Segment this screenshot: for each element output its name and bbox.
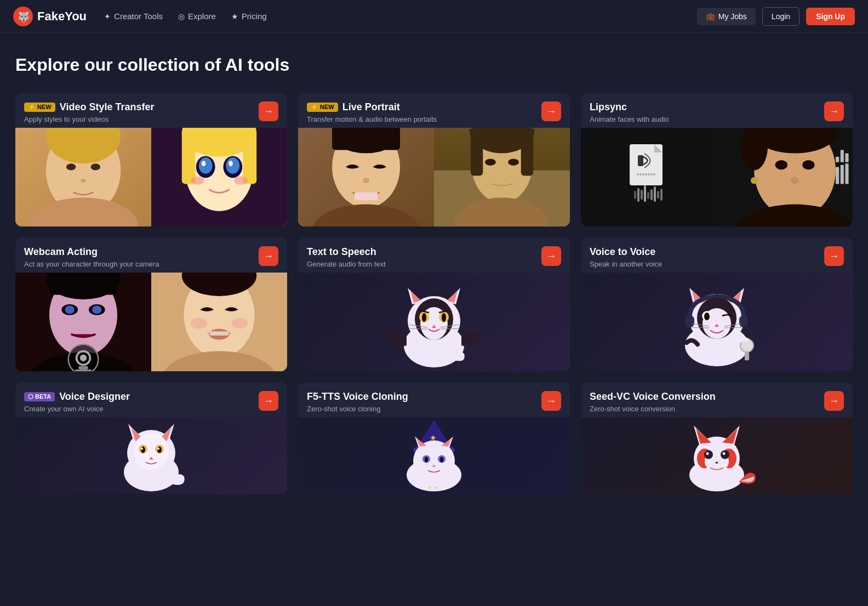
tool-card-webcam-acting[interactable]: Webcam Acting Act as your character thro… — [15, 237, 287, 371]
card-image-tts — [298, 273, 570, 371]
signup-button[interactable]: Sign Up — [806, 8, 855, 25]
svg-point-143 — [141, 448, 143, 450]
svg-point-62 — [775, 160, 787, 169]
card-header: F5-TTS Voice Cloning Zero-shot voice clo… — [298, 382, 570, 417]
svg-point-105 — [442, 313, 446, 322]
card-title-wrap: Webcam Acting Act as your character thro… — [24, 246, 159, 268]
svg-point-65 — [791, 177, 799, 184]
svg-point-40 — [637, 173, 639, 175]
card-title-row: Lipsync — [590, 101, 669, 113]
svg-point-16 — [229, 161, 232, 166]
svg-rect-68 — [845, 154, 848, 162]
svg-point-79 — [65, 305, 75, 314]
badge-new: ⚡ NEW — [307, 103, 338, 112]
svg-point-63 — [802, 160, 814, 169]
card-title-row: Webcam Acting — [24, 246, 159, 258]
card-arrow-button[interactable]: → — [541, 391, 561, 411]
svg-point-8 — [81, 178, 86, 182]
login-button[interactable]: Login — [762, 7, 800, 26]
svg-point-43 — [645, 173, 647, 175]
card-title-row: ⬡ BETA Voice Designer — [24, 391, 130, 403]
svg-rect-119 — [686, 315, 694, 327]
nav-links: ✦ Creator Tools ◎ Explore ★ Pricing — [104, 12, 697, 21]
card-title: Voice to Voice — [590, 246, 655, 258]
svg-rect-54 — [657, 191, 659, 199]
my-jobs-button[interactable]: 💼 My Jobs — [697, 8, 756, 25]
nav-explore[interactable]: ◎ Explore — [178, 12, 216, 21]
card-title-wrap: Voice to Voice Speak in another voice — [590, 246, 662, 268]
card-title-wrap: F5-TTS Voice Cloning Zero-shot voice clo… — [307, 391, 408, 413]
card-title-wrap: ⬡ BETA Voice Designer Create your own AI… — [24, 391, 130, 413]
tool-card-voice-to-voice[interactable]: Voice to Voice Speak in another voice → — [581, 237, 853, 371]
svg-rect-84 — [78, 366, 88, 370]
tool-card-video-style-transfer[interactable]: ⚡ NEW Video Style Transfer Apply styles … — [15, 93, 287, 226]
card-arrow-button[interactable]: → — [824, 391, 844, 411]
card-title: Live Portrait — [342, 101, 400, 113]
svg-point-6 — [66, 163, 76, 170]
svg-rect-48 — [637, 188, 639, 202]
card-header: Seed-VC Voice Conversion Zero-shot voice… — [581, 382, 853, 417]
card-arrow-button[interactable]: → — [824, 246, 844, 266]
svg-rect-49 — [641, 190, 643, 200]
briefcase-icon: 💼 — [706, 12, 715, 21]
svg-point-124 — [704, 313, 710, 320]
card-subtitle: Zero-shot voice cloning — [307, 405, 408, 413]
card-header: Voice to Voice Speak in another voice → — [581, 237, 853, 273]
svg-point-37 — [508, 159, 519, 166]
tool-card-text-to-speech[interactable]: Text to Speech Generate audio from text … — [298, 237, 570, 371]
svg-rect-53 — [654, 186, 656, 202]
card-image-ls — [581, 128, 853, 226]
navbar: 🐺 FakeYou ✦ Creator Tools ◎ Explore ★ Pr… — [0, 0, 868, 33]
card-arrow-button[interactable]: → — [541, 101, 561, 121]
svg-point-36 — [485, 159, 496, 166]
card-title-row: ⚡ NEW Video Style Transfer — [24, 101, 154, 113]
photo-half — [15, 128, 151, 226]
svg-point-7 — [91, 163, 100, 170]
card-header: ⬡ BETA Voice Designer Create your own AI… — [15, 382, 287, 417]
card-title-wrap: ⚡ NEW Video Style Transfer Apply styles … — [24, 101, 154, 123]
svg-rect-69 — [836, 167, 839, 184]
nav-creator-tools[interactable]: ✦ Creator Tools — [104, 12, 163, 21]
svg-point-90 — [191, 318, 207, 329]
svg-point-41 — [639, 173, 642, 175]
svg-point-42 — [642, 173, 644, 175]
tool-card-live-portrait[interactable]: ⚡ NEW Live Portrait Transfer motion & au… — [298, 93, 570, 226]
card-arrow-button[interactable]: → — [259, 101, 278, 121]
svg-rect-52 — [650, 189, 653, 200]
card-header: Text to Speech Generate audio from text … — [298, 237, 570, 273]
svg-point-64 — [751, 177, 757, 184]
svg-point-141 — [141, 446, 145, 453]
card-arrow-button[interactable]: → — [259, 391, 278, 411]
svg-point-45 — [650, 173, 653, 175]
svg-rect-26 — [332, 128, 400, 150]
svg-rect-70 — [841, 165, 844, 184]
svg-point-83 — [80, 355, 87, 361]
photo-half-asian — [298, 128, 434, 226]
svg-marker-165 — [696, 428, 711, 444]
card-title-row: ⚡ NEW Live Portrait — [307, 101, 437, 113]
card-arrow-button[interactable]: → — [824, 101, 844, 121]
card-arrow-button[interactable]: → — [259, 246, 278, 266]
svg-point-138 — [134, 433, 169, 470]
nav-pricing[interactable]: ★ Pricing — [231, 12, 267, 21]
tool-card-seed-vc[interactable]: Seed-VC Voice Conversion Zero-shot voice… — [581, 382, 853, 494]
page-title: Explore our collection of AI tools — [15, 55, 853, 75]
card-title: Voice Designer — [59, 391, 130, 403]
svg-text:✦ ✦: ✦ ✦ — [427, 485, 438, 491]
card-arrow-button[interactable]: → — [541, 246, 561, 266]
svg-point-15 — [202, 161, 205, 166]
svg-rect-18 — [182, 129, 196, 184]
logo[interactable]: 🐺 FakeYou — [13, 7, 87, 26]
card-image-vd — [15, 417, 287, 494]
card-subtitle: Animate faces with audio — [590, 115, 669, 123]
badge-beta: ⬡ BETA — [24, 392, 55, 401]
svg-rect-39 — [638, 155, 643, 166]
tool-card-f5-tts[interactable]: F5-TTS Voice Cloning Zero-shot voice clo… — [298, 382, 570, 494]
card-image-f5: ★ ✦ — [298, 417, 570, 494]
card-title-wrap: ⚡ NEW Live Portrait Transfer motion & au… — [307, 101, 437, 123]
card-subtitle: Speak in another voice — [590, 260, 662, 268]
tool-card-lipsync[interactable]: Lipsync Animate faces with audio → — [581, 93, 853, 226]
svg-rect-120 — [739, 315, 748, 327]
tool-card-voice-designer[interactable]: ⬡ BETA Voice Designer Create your own AI… — [15, 382, 287, 494]
svg-point-144 — [157, 448, 159, 450]
